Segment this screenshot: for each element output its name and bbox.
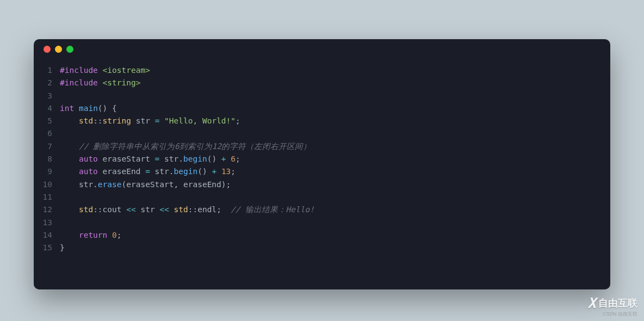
code-window: 1#include <iostream>2#include <string>3 …	[34, 39, 610, 289]
code-line: 5 std::string str = "Hello, World!";	[34, 115, 610, 127]
line-content: #include <iostream>	[60, 64, 150, 77]
code-line: 14 return 0;	[34, 229, 610, 242]
line-content: // 删除字符串中从索引为6到索引为12的字符（左闭右开区间）	[60, 140, 311, 153]
code-line: 13	[34, 217, 610, 229]
code-line: 2#include <string>	[34, 77, 610, 89]
code-line: 7 // 删除字符串中从索引为6到索引为12的字符（左闭右开区间）	[34, 140, 610, 153]
line-content	[60, 191, 65, 203]
line-number: 6	[34, 127, 60, 140]
code-line: 6	[34, 127, 610, 140]
close-dot[interactable]	[44, 46, 51, 53]
code-line: 11	[34, 191, 610, 203]
code-line: 4int main() {	[34, 102, 610, 115]
line-number: 8	[34, 153, 60, 165]
code-line: 3	[34, 90, 610, 102]
line-content: auto eraseEnd = str.begin() + 13;	[60, 165, 236, 178]
line-content	[60, 127, 65, 140]
watermark-text: 自由互联	[598, 297, 637, 310]
line-content: return 0;	[60, 229, 122, 242]
minimize-dot[interactable]	[55, 46, 62, 53]
code-area[interactable]: 1#include <iostream>2#include <string>3 …	[34, 59, 610, 254]
code-line: 1#include <iostream>	[34, 64, 610, 77]
code-line: 8 auto eraseStart = str.begin() + 6;	[34, 153, 610, 165]
line-number: 13	[34, 217, 60, 229]
line-number: 4	[34, 102, 60, 115]
watermark-subtext: CSDN 自由互联	[603, 311, 637, 318]
line-content	[60, 217, 65, 229]
line-number: 7	[34, 140, 60, 153]
line-number: 15	[34, 242, 60, 254]
line-content: std::string str = "Hello, World!";	[60, 115, 240, 127]
line-content: auto eraseStart = str.begin() + 6;	[60, 153, 240, 165]
maximize-dot[interactable]	[66, 46, 73, 53]
code-line: 15}	[34, 242, 610, 254]
line-number: 14	[34, 229, 60, 242]
code-line: 12 std::cout << str << std::endl; // 输出结…	[34, 203, 610, 216]
line-number: 11	[34, 191, 60, 203]
line-number: 5	[34, 115, 60, 127]
line-content	[60, 90, 65, 102]
code-line: 9 auto eraseEnd = str.begin() + 13;	[34, 165, 610, 178]
line-content: #include <string>	[60, 77, 140, 89]
line-number: 1	[34, 64, 60, 77]
watermark-logo: X 自由互联	[587, 295, 637, 311]
line-number: 2	[34, 77, 60, 89]
line-content: std::cout << str << std::endl; // 输出结果：H…	[60, 203, 314, 216]
code-line: 10 str.erase(eraseStart, eraseEnd);	[34, 178, 610, 191]
line-number: 12	[34, 203, 60, 216]
line-number: 9	[34, 165, 60, 178]
line-content: str.erase(eraseStart, eraseEnd);	[60, 178, 231, 191]
line-number: 3	[34, 90, 60, 102]
line-number: 10	[34, 178, 60, 191]
line-content: }	[60, 242, 65, 254]
watermark-x-icon: X	[587, 295, 595, 311]
window-titlebar	[34, 39, 610, 59]
line-content: int main() {	[60, 102, 117, 115]
